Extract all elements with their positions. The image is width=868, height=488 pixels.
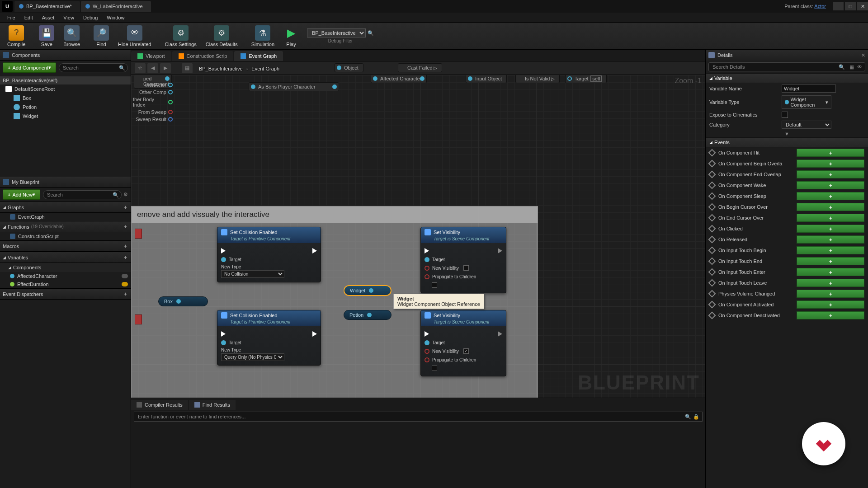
node-pin-target-self[interactable]: Target self (565, 75, 607, 83)
filter-icon[interactable]: ⚙ (123, 192, 128, 197)
add-event-button[interactable]: ＋ (797, 279, 864, 287)
node-set-visibility-2[interactable]: Set Visibility Target is Scene Component… (420, 310, 506, 376)
menu-debug[interactable]: Debug (79, 14, 102, 22)
target-pin[interactable] (221, 340, 226, 345)
graph-list-icon[interactable]: ▦ (182, 63, 193, 73)
component-defaultsceneroot[interactable]: DefaultSceneRoot (0, 84, 131, 94)
close-button[interactable]: ✕ (857, 2, 868, 10)
add-function-icon[interactable]: ＋ (123, 223, 128, 230)
node-set-collision-enabled-1[interactable]: Set Collision Enabled Target is Primitiv… (217, 227, 321, 282)
node-set-visibility-1[interactable]: Set Visibility Target is Scene Component… (420, 227, 506, 293)
propagate-checkbox[interactable] (432, 366, 437, 371)
new-type-select[interactable]: No Collision (221, 270, 284, 278)
target-pin[interactable] (221, 257, 226, 262)
add-macro-icon[interactable]: ＋ (123, 243, 128, 249)
nav-back-icon[interactable]: ◀ (147, 63, 158, 73)
exec-in-pin[interactable] (425, 331, 429, 337)
pin-other-body-index[interactable]: ther Body Index (131, 96, 175, 108)
add-variable-icon[interactable]: ＋ (123, 254, 128, 261)
compile-button[interactable]: ?Compile (3, 25, 30, 47)
new-visibility-pin[interactable] (425, 266, 429, 271)
add-event-button[interactable]: ＋ (797, 300, 864, 309)
propagate-pin[interactable] (425, 274, 429, 279)
visibility-toggle-icon[interactable] (122, 274, 128, 278)
component-potion[interactable]: Potion (0, 103, 131, 112)
add-event-button[interactable]: ＋ (797, 160, 864, 168)
exec-reroute[interactable] (135, 229, 142, 239)
add-graph-icon[interactable]: ＋ (123, 204, 128, 211)
graph-canvas[interactable]: Zoom -1 BLUEPRINT ped Component As Boris… (131, 75, 705, 398)
add-event-button[interactable]: ＋ (797, 257, 864, 265)
expose-cinematics-checkbox[interactable] (782, 112, 788, 118)
component-self[interactable]: BP_BaseInteractive(self) (0, 76, 131, 84)
tab-compiler-results[interactable]: Compiler Results (131, 400, 188, 410)
breadcrumb-leaf[interactable]: Event Graph (251, 66, 279, 71)
menu-file[interactable]: File (3, 14, 20, 22)
add-event-button[interactable]: ＋ (797, 225, 864, 233)
pin-from-sweep[interactable]: From Sweep (131, 108, 175, 116)
target-pin[interactable] (425, 257, 429, 262)
category-select[interactable]: Default (782, 121, 831, 129)
component-widget[interactable]: Widget (0, 112, 131, 121)
view-options-icon[interactable]: ▦ (849, 64, 854, 70)
menu-view[interactable]: View (59, 14, 79, 22)
section-macros[interactable]: Macros＋ (0, 240, 131, 252)
add-event-button[interactable]: ＋ (797, 235, 864, 244)
new-type-select[interactable]: Query Only (No Physics Collision) (221, 353, 284, 361)
varnode-box[interactable]: Box (158, 296, 208, 306)
section-variables-components[interactable]: ◢Components (0, 263, 131, 272)
exec-in-pin[interactable] (221, 248, 226, 253)
pin-other-comp[interactable]: Other Comp (131, 89, 175, 96)
editor-tab-bp-baseinteractive[interactable]: BP_BaseInteractive* (14, 1, 80, 12)
node-pin-input-object[interactable]: Input Object (466, 75, 507, 83)
exec-out-pin[interactable] (498, 331, 502, 337)
component-box[interactable]: Box (0, 94, 131, 103)
category-variable[interactable]: ◢Variable (706, 73, 868, 83)
new-visibility-checkbox[interactable] (463, 348, 469, 354)
class-settings-button[interactable]: ⚙Class Settings (160, 25, 201, 47)
find-button[interactable]: 🔎Find (89, 25, 113, 47)
exec-in-pin[interactable] (425, 248, 429, 253)
exec-in-pin[interactable] (221, 331, 226, 337)
tab-event-graph[interactable]: Event Graph (234, 51, 283, 61)
favorite-icon[interactable]: ☆ (135, 63, 146, 73)
node-set-collision-enabled-2[interactable]: Set Collision Enabled Target is Primitiv… (217, 310, 321, 366)
details-search-input[interactable]: Search Details🔍▦👁 (708, 62, 865, 71)
varnode-potion[interactable]: Potion (344, 310, 392, 320)
add-event-button[interactable]: ＋ (797, 311, 864, 319)
add-event-button[interactable]: ＋ (797, 268, 864, 276)
node-pin-object[interactable]: Object (335, 63, 363, 72)
propagate-pin[interactable] (425, 357, 429, 362)
variable-name-input[interactable] (782, 84, 836, 93)
node-pin-as-boris[interactable]: As Boris Player Character (249, 82, 339, 91)
myblueprint-search-input[interactable]: Search🔍 (43, 190, 122, 199)
varnode-widget[interactable]: Widget (344, 285, 392, 296)
close-panel-icon[interactable]: ✕ (861, 52, 865, 58)
find-references-input[interactable]: Enter function or event name to find ref… (134, 412, 703, 422)
expand-icon[interactable]: ▼ (706, 130, 868, 137)
add-event-button[interactable]: ＋ (797, 192, 864, 200)
category-events[interactable]: ◢Events (706, 137, 868, 147)
function-constructionscript[interactable]: ConstructionScript (0, 232, 131, 240)
section-graphs[interactable]: ◢Graphs＋ (0, 202, 131, 213)
comment-title[interactable]: emove and add vissualy the interactive (132, 206, 538, 223)
exec-out-pin[interactable] (312, 331, 317, 337)
browse-button[interactable]: 🔍Browse (59, 25, 85, 47)
propagate-checkbox[interactable] (432, 282, 437, 288)
save-button[interactable]: 💾Save (34, 25, 59, 47)
debug-find-icon[interactable]: 🔍 (368, 30, 374, 36)
menu-edit[interactable]: Edit (20, 14, 38, 22)
lock-icon[interactable]: 🔒 (693, 414, 699, 420)
section-event-dispatchers[interactable]: Event Dispatchers＋ (0, 288, 131, 300)
variable-effectduration[interactable]: EffectDuration (0, 280, 131, 288)
nav-forward-icon[interactable]: ▶ (160, 63, 171, 73)
add-event-button[interactable]: ＋ (797, 170, 864, 178)
graph-eventgraph[interactable]: EventGraph (0, 213, 131, 221)
floating-action-button[interactable] (802, 422, 845, 465)
maximize-button[interactable]: □ (845, 2, 856, 10)
section-functions[interactable]: ◢Functions(19 Overridable)＋ (0, 221, 131, 232)
pin-sweep-result[interactable]: Sweep Result (131, 116, 175, 123)
eye-icon[interactable]: 👁 (857, 64, 862, 70)
hide-unrelated-button[interactable]: 👁Hide Unrelated (113, 25, 156, 47)
components-search-input[interactable]: Search🔍 (59, 63, 128, 72)
